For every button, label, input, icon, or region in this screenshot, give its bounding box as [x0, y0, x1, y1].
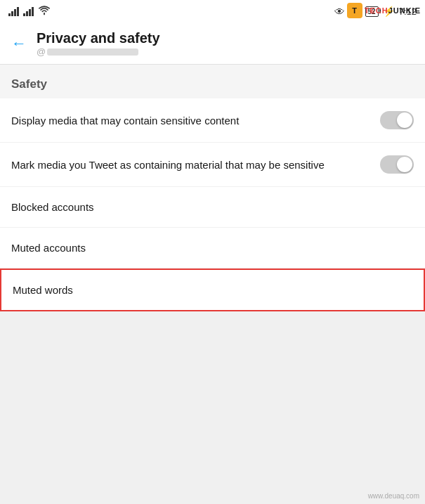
watermark: T TECHJUNKIE	[347, 3, 421, 18]
muted-accounts-text: Muted accounts	[11, 240, 414, 255]
bottom-watermark: www.deuaq.com	[368, 492, 419, 500]
settings-list: Display media that may contain sensitive…	[0, 98, 425, 311]
wifi-icon	[38, 6, 51, 18]
safety-section-header: Safety	[0, 65, 425, 98]
mark-media-text: Mark media you Tweet as containing mater…	[11, 157, 380, 172]
status-left	[8, 6, 51, 18]
page-title: Privacy and safety	[37, 30, 160, 46]
blocked-accounts-item[interactable]: Blocked accounts	[0, 187, 425, 228]
muted-accounts-item[interactable]: Muted accounts	[0, 228, 425, 269]
content: Safety Display media that may contain se…	[0, 65, 425, 311]
signal-icon-2	[23, 6, 34, 16]
display-media-text: Display media that may contain sensitive…	[11, 113, 380, 128]
username-placeholder	[47, 49, 138, 56]
muted-words-text: Muted words	[13, 283, 412, 297]
mark-media-item[interactable]: Mark media you Tweet as containing mater…	[0, 143, 425, 187]
header-title-group: Privacy and safety @	[37, 30, 160, 57]
blocked-accounts-text: Blocked accounts	[11, 200, 414, 214]
watermark-brand: TECHJUNKIE	[365, 6, 421, 15]
eye-icon: 👁	[334, 6, 345, 18]
safety-title: Safety	[11, 77, 47, 91]
header: ← Privacy and safety @	[0, 22, 425, 65]
display-media-item[interactable]: Display media that may contain sensitive…	[0, 98, 425, 143]
header-username: @	[37, 46, 160, 57]
back-button[interactable]: ←	[11, 36, 27, 51]
signal-icon-1	[8, 6, 19, 16]
display-media-toggle[interactable]	[380, 111, 414, 129]
at-sign: @	[37, 46, 46, 57]
watermark-logo: T	[347, 3, 362, 18]
muted-words-item[interactable]: Muted words	[0, 269, 425, 311]
mark-media-toggle[interactable]	[380, 155, 414, 174]
